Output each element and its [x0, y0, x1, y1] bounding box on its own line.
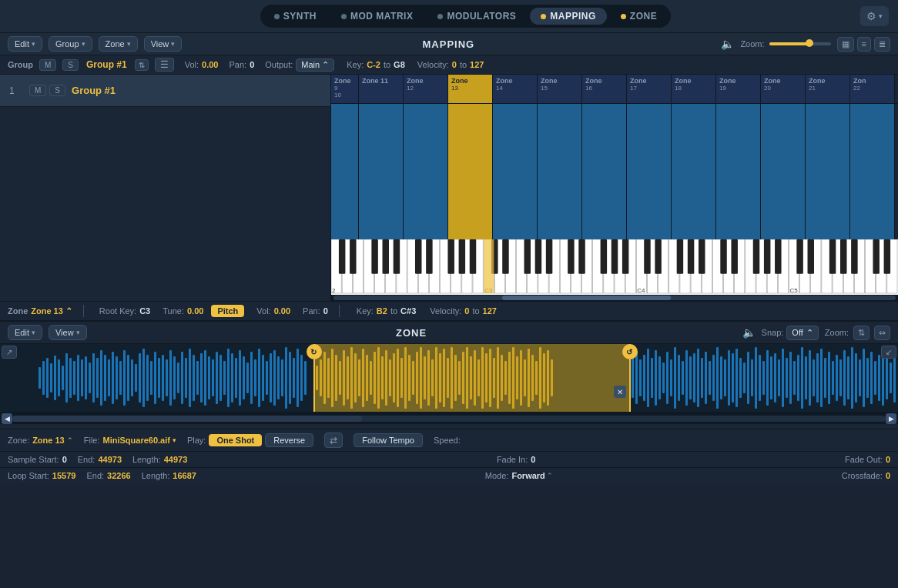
waveform-corner-tr-button[interactable]: ↙ — [881, 346, 896, 359]
group-updown-button[interactable]: ⇅ — [135, 59, 149, 71]
zone-header-20[interactable]: Zone 20 — [761, 75, 806, 103]
group-s-button[interactable]: S — [62, 59, 79, 71]
loop-length-value[interactable]: 16687 — [173, 471, 196, 480]
vol-value[interactable]: 0.00 — [202, 60, 218, 69]
vel-from[interactable]: 0 — [452, 60, 457, 69]
group-m-button[interactable]: M — [39, 59, 56, 71]
zone-vol-value[interactable]: 0.00 — [274, 306, 290, 316]
waveform-scroll-track[interactable] — [12, 416, 886, 422]
zone-bar-22[interactable] — [850, 104, 895, 239]
tab-synth[interactable]: SYNTH — [263, 8, 327, 25]
zone-bar-12[interactable] — [404, 104, 448, 239]
edit-dropdown[interactable]: Edit ▾ — [8, 36, 42, 52]
root-key-value[interactable]: C3 — [139, 306, 150, 316]
tab-modulators[interactable]: MODULATORS — [427, 8, 527, 25]
waveform-scroll-thumb[interactable] — [12, 416, 362, 422]
piano-scroll-thumb[interactable] — [502, 296, 671, 300]
row-s-button[interactable]: S — [49, 85, 65, 96]
row-m-button[interactable]: M — [29, 85, 46, 96]
loop-end-value[interactable]: 32266 — [107, 471, 131, 480]
zone-vel-from[interactable]: 0 — [464, 306, 469, 316]
zone-bar-15[interactable] — [538, 104, 582, 239]
zone-vel-to[interactable]: 127 — [483, 306, 497, 316]
bottom-zone-value-group[interactable]: Zone 13 ⌃ — [32, 436, 73, 445]
zone-header-11[interactable]: Zone 11 — [359, 75, 404, 103]
zone-bar-9-10[interactable] — [331, 104, 359, 239]
swap-icon-button[interactable]: ⇄ — [324, 433, 343, 448]
zone-header-15[interactable]: Zone 15 — [538, 75, 582, 103]
vel-to[interactable]: 127 — [470, 60, 484, 69]
speaker-icon[interactable]: 🔈 — [721, 38, 734, 50]
zone-header-17[interactable]: Zone 17 — [627, 75, 672, 103]
zone-header-19[interactable]: Zone 19 — [716, 75, 761, 103]
waveform-corner-tl-button[interactable]: ↗ — [2, 346, 17, 359]
detail-view-button[interactable]: ≣ — [874, 37, 890, 52]
output-select[interactable]: Main ⌃ — [296, 58, 334, 72]
tab-zone[interactable]: ZONE — [610, 8, 668, 25]
key-from[interactable]: C-2 — [367, 60, 380, 69]
zone-header-22[interactable]: Zon 22 — [850, 75, 895, 103]
close-marker-button[interactable]: ✕ — [614, 386, 626, 398]
crossfade-value[interactable]: 0 — [886, 471, 890, 480]
zone-select-value[interactable]: Zone 13 ⌃ — [31, 306, 72, 316]
group-row[interactable]: 1 M S Group #1 — [0, 75, 330, 107]
pan-value[interactable]: 0 — [250, 60, 254, 69]
key-to[interactable]: G8 — [394, 60, 405, 69]
bottom-file-value-group[interactable]: MiniSquare60.aif ▾ — [103, 436, 176, 445]
snap-select[interactable]: Off ⌃ — [786, 326, 818, 340]
fade-in-value[interactable]: 0 — [531, 455, 535, 464]
zone-edit-dropdown[interactable]: Edit ▾ — [8, 325, 42, 340]
piano-scroll-bar[interactable] — [331, 295, 898, 301]
zone-bar-19[interactable] — [716, 104, 761, 239]
zone-view-dropdown[interactable]: View ▾ — [49, 325, 87, 340]
zoom-fit-button[interactable]: ⇅ — [853, 326, 870, 340]
zone-pan-value[interactable]: 0 — [323, 306, 328, 316]
tune-value[interactable]: 0.00 — [187, 306, 203, 316]
zone-header-14[interactable]: Zone 14 — [493, 75, 538, 103]
zone-dropdown[interactable]: Zone ▾ — [99, 36, 138, 52]
zone-bar-17[interactable] — [627, 104, 672, 239]
one-shot-button[interactable]: One Shot — [209, 434, 262, 446]
piano-scroll-track[interactable] — [333, 296, 896, 300]
zoom-thumb[interactable] — [806, 39, 813, 47]
zone-header-12[interactable]: Zone 12 — [404, 75, 448, 103]
zone-key-to[interactable]: C#3 — [400, 306, 416, 316]
pitch-button[interactable]: Pitch — [211, 305, 244, 317]
view-dropdown[interactable]: View ▾ — [144, 36, 183, 52]
gear-button[interactable]: ⚙ ▾ — [860, 6, 889, 26]
zone-header-9-10[interactable]: Zone 9 10 — [331, 75, 359, 103]
zone-bar-18[interactable] — [672, 104, 716, 239]
piano-keyboard[interactable]: 2C3C4C5 — [331, 239, 898, 295]
list-view-button[interactable]: ≡ — [857, 37, 871, 52]
scroll-left-button[interactable]: ◀ — [2, 413, 12, 424]
zone-bar-16[interactable] — [582, 104, 627, 239]
zone-header-16[interactable]: Zone 16 — [582, 75, 627, 103]
zone-header-18[interactable]: Zone 18 — [672, 75, 716, 103]
sample-end-value[interactable]: 44973 — [98, 455, 122, 464]
follow-tempo-button[interactable]: Follow Tempo — [354, 433, 423, 447]
sample-start-value[interactable]: 0 — [62, 455, 67, 464]
zone-key-from[interactable]: B2 — [377, 306, 387, 316]
zone-bar-20[interactable] — [761, 104, 806, 239]
zone-bar-11[interactable] — [359, 104, 404, 239]
group-list-button[interactable]: ☰ — [155, 58, 174, 72]
waveform-canvas[interactable]: ↗ ↙ — [0, 344, 898, 412]
reverse-button[interactable]: Reverse — [265, 433, 313, 447]
zone-bar-14[interactable] — [493, 104, 538, 239]
zoom-fullfit-button[interactable]: ⇔ — [874, 326, 890, 340]
group-dropdown[interactable]: Group ▾ — [49, 36, 92, 52]
scroll-right-button[interactable]: ▶ — [886, 413, 896, 424]
zone-bar-13[interactable] — [448, 104, 493, 239]
tab-mapping[interactable]: MAPPING — [530, 8, 607, 25]
loop-start-value[interactable]: 15579 — [52, 471, 76, 480]
sample-length-value[interactable]: 44973 — [164, 455, 188, 464]
mode-value-group[interactable]: Forward ⌃ — [511, 471, 552, 480]
zoom-slider[interactable] — [769, 42, 831, 45]
zone-header-21[interactable]: Zone 21 — [806, 75, 850, 103]
tab-mod-matrix[interactable]: MOD MATRIX — [330, 8, 424, 25]
zone-bar-21[interactable] — [806, 104, 850, 239]
bar-view-button[interactable]: ▦ — [837, 37, 854, 52]
zone-header-13[interactable]: Zone 13 — [448, 75, 493, 103]
zone-speaker-icon[interactable]: 🔈 — [742, 326, 756, 339]
fade-out-value[interactable]: 0 — [886, 455, 890, 464]
